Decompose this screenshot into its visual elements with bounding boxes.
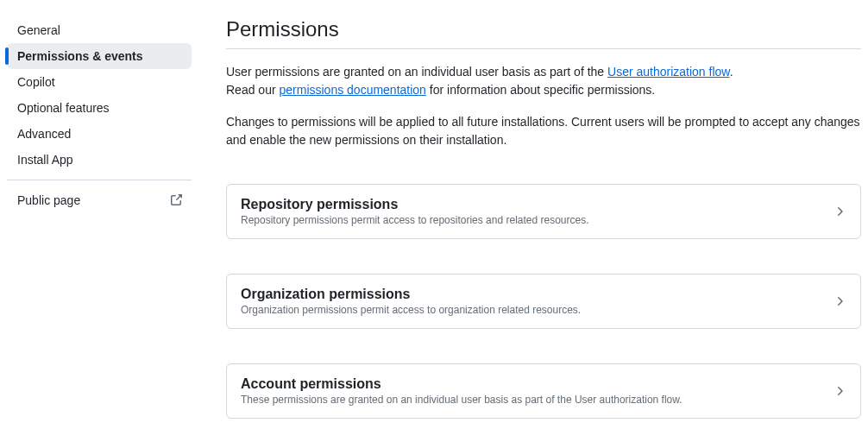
panel-description: These permissions are granted on an indi…: [241, 394, 833, 406]
sidebar-item-public-page[interactable]: Public page: [7, 187, 192, 213]
intro-text-part: User permissions are granted on an indiv…: [226, 65, 607, 79]
account-permissions-panel[interactable]: Account permissions These permissions ar…: [226, 363, 861, 419]
repository-permissions-panel[interactable]: Repository permissions Repository permis…: [226, 184, 861, 239]
sidebar-item-permissions-events[interactable]: Permissions & events: [7, 43, 192, 69]
sidebar-item-label: Advanced: [17, 127, 71, 141]
permissions-documentation-link[interactable]: permissions documentation: [279, 83, 425, 97]
panel-text: Account permissions These permissions ar…: [241, 376, 833, 406]
chevron-right-icon: [833, 294, 846, 308]
sidebar-item-label: Permissions & events: [17, 49, 143, 63]
sidebar-item-label: General: [17, 23, 60, 37]
panel-text: Organization permissions Organization pe…: [241, 287, 833, 316]
sidebar-item-advanced[interactable]: Advanced: [7, 121, 192, 147]
chevron-right-icon: [833, 384, 846, 398]
sidebar-item-label: Install App: [17, 153, 73, 167]
user-authorization-flow-link[interactable]: User authorization flow: [607, 65, 730, 79]
sidebar-item-label: Public page: [17, 193, 80, 207]
panel-description: Organization permissions permit access t…: [241, 304, 833, 316]
external-link-icon: [169, 193, 183, 207]
sidebar-item-install-app[interactable]: Install App: [7, 147, 192, 173]
panel-title: Organization permissions: [241, 287, 833, 302]
intro-text-part: for information about specific permissio…: [426, 83, 655, 97]
intro-text: User permissions are granted on an indiv…: [226, 63, 861, 149]
sidebar: General Permissions & events Copilot Opt…: [7, 17, 205, 448]
organization-permissions-panel[interactable]: Organization permissions Organization pe…: [226, 274, 861, 329]
page-title: Permissions: [226, 17, 861, 49]
main-content: Permissions User permissions are granted…: [205, 17, 861, 448]
chevron-right-icon: [833, 205, 846, 218]
panel-text: Repository permissions Repository permis…: [241, 197, 833, 226]
sidebar-item-general[interactable]: General: [7, 17, 192, 43]
sidebar-item-label: Copilot: [17, 75, 55, 89]
panel-description: Repository permissions permit access to …: [241, 214, 833, 226]
sidebar-item-copilot[interactable]: Copilot: [7, 69, 192, 95]
panel-title: Account permissions: [241, 376, 833, 392]
intro-text-part: Read our: [226, 83, 279, 97]
intro-paragraph: Changes to permissions will be applied t…: [226, 113, 861, 149]
sidebar-item-optional-features[interactable]: Optional features: [7, 95, 192, 121]
intro-text-part: .: [730, 65, 733, 79]
sidebar-item-label: Optional features: [17, 101, 110, 115]
panel-title: Repository permissions: [241, 197, 833, 212]
sidebar-divider: [7, 180, 192, 180]
